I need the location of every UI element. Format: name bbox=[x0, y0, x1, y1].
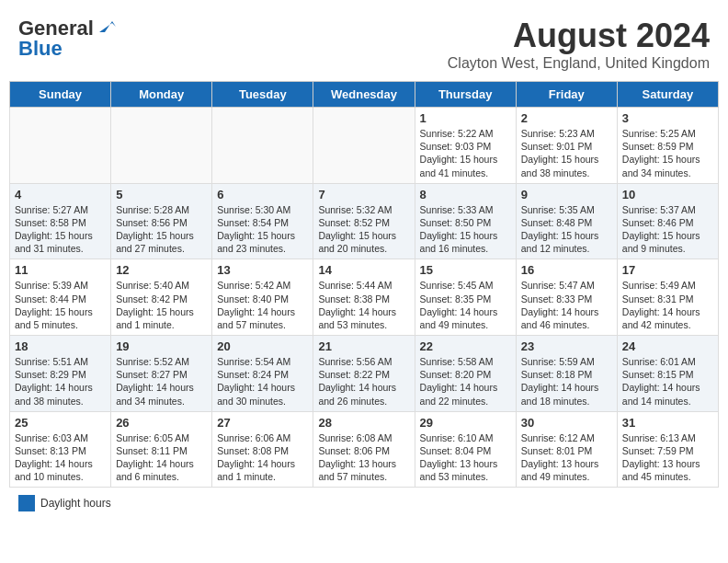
day-number: 4 bbox=[15, 188, 106, 201]
calendar-cell: 2Sunrise: 5:23 AMSunset: 9:01 PMDaylight… bbox=[516, 108, 617, 184]
day-info: Daylight: 15 hours and 20 minutes. bbox=[318, 229, 409, 255]
day-number: 28 bbox=[318, 416, 409, 430]
day-info: Sunset: 9:01 PM bbox=[521, 140, 612, 153]
col-header-monday: Monday bbox=[111, 82, 212, 108]
day-info: Sunset: 8:15 PM bbox=[622, 368, 713, 381]
day-number: 25 bbox=[15, 416, 106, 430]
day-info: Daylight: 13 hours and 57 minutes. bbox=[318, 457, 409, 483]
day-info: Sunrise: 5:32 AM bbox=[318, 203, 409, 216]
calendar-cell bbox=[111, 108, 212, 184]
day-info: Sunset: 8:13 PM bbox=[15, 444, 106, 457]
day-number: 7 bbox=[318, 188, 409, 201]
day-info: Daylight: 15 hours and 1 minute. bbox=[116, 305, 207, 331]
day-number: 5 bbox=[116, 188, 207, 201]
day-info: Daylight: 14 hours and 49 minutes. bbox=[420, 305, 511, 331]
day-info: Daylight: 14 hours and 34 minutes. bbox=[116, 381, 207, 407]
calendar-cell: 7Sunrise: 5:32 AMSunset: 8:52 PMDaylight… bbox=[313, 183, 415, 259]
day-info: Sunrise: 6:08 AM bbox=[318, 431, 409, 444]
legend: Daylight hours bbox=[9, 495, 719, 511]
day-info: Sunset: 8:40 PM bbox=[217, 293, 308, 305]
calendar-cell: 24Sunrise: 6:01 AMSunset: 8:15 PMDayligh… bbox=[617, 336, 718, 412]
calendar-cell: 15Sunrise: 5:45 AMSunset: 8:35 PMDayligh… bbox=[415, 259, 516, 336]
day-info: Sunset: 8:59 PM bbox=[622, 140, 713, 153]
week-row-3: 11Sunrise: 5:39 AMSunset: 8:44 PMDayligh… bbox=[10, 259, 719, 336]
col-header-friday: Friday bbox=[516, 82, 617, 108]
calendar-cell: 9Sunrise: 5:35 AMSunset: 8:48 PMDaylight… bbox=[516, 183, 617, 259]
col-header-sunday: Sunday bbox=[10, 82, 111, 108]
day-info: Sunrise: 5:23 AM bbox=[521, 127, 612, 140]
day-info: Sunrise: 6:06 AM bbox=[217, 431, 308, 444]
calendar-cell: 31Sunrise: 6:13 AMSunset: 7:59 PMDayligh… bbox=[617, 411, 718, 488]
day-number: 31 bbox=[622, 416, 713, 430]
day-info: Sunset: 8:58 PM bbox=[15, 216, 106, 229]
calendar-cell: 22Sunrise: 5:58 AMSunset: 8:20 PMDayligh… bbox=[415, 336, 516, 412]
calendar-cell: 10Sunrise: 5:37 AMSunset: 8:46 PMDayligh… bbox=[617, 183, 718, 259]
day-info: Sunrise: 6:12 AM bbox=[521, 431, 612, 444]
day-info: Sunset: 8:38 PM bbox=[318, 293, 409, 305]
calendar-cell: 12Sunrise: 5:40 AMSunset: 8:42 PMDayligh… bbox=[111, 259, 212, 336]
day-info: Daylight: 14 hours and 18 minutes. bbox=[521, 381, 612, 407]
day-number: 8 bbox=[420, 188, 511, 201]
calendar-cell: 23Sunrise: 5:59 AMSunset: 8:18 PMDayligh… bbox=[516, 336, 617, 412]
day-info: Sunrise: 5:40 AM bbox=[116, 279, 207, 292]
day-info: Sunset: 8:50 PM bbox=[420, 216, 511, 229]
day-info: Daylight: 15 hours and 27 minutes. bbox=[116, 229, 207, 255]
day-number: 2 bbox=[521, 111, 612, 125]
day-info: Sunrise: 5:59 AM bbox=[521, 355, 612, 368]
calendar-cell: 28Sunrise: 6:08 AMSunset: 8:06 PMDayligh… bbox=[313, 411, 415, 488]
day-info: Daylight: 15 hours and 5 minutes. bbox=[15, 305, 106, 331]
day-info: Sunrise: 6:01 AM bbox=[622, 355, 713, 368]
day-info: Sunset: 8:42 PM bbox=[116, 293, 207, 305]
logo: General Blue bbox=[18, 17, 116, 61]
day-info: Sunset: 8:04 PM bbox=[420, 444, 511, 457]
day-info: Sunrise: 5:30 AM bbox=[217, 203, 308, 216]
day-info: Daylight: 14 hours and 38 minutes. bbox=[15, 381, 106, 407]
day-info: Sunset: 8:18 PM bbox=[521, 368, 612, 381]
legend-color bbox=[18, 495, 35, 511]
calendar-cell: 13Sunrise: 5:42 AMSunset: 8:40 PMDayligh… bbox=[212, 259, 313, 336]
col-header-wednesday: Wednesday bbox=[313, 82, 415, 108]
day-info: Sunset: 8:31 PM bbox=[622, 293, 713, 305]
day-number: 21 bbox=[318, 339, 409, 353]
calendar-cell: 30Sunrise: 6:12 AMSunset: 8:01 PMDayligh… bbox=[516, 411, 617, 488]
week-row-4: 18Sunrise: 5:51 AMSunset: 8:29 PMDayligh… bbox=[10, 336, 719, 412]
svg-marker-0 bbox=[99, 21, 116, 32]
day-info: Daylight: 13 hours and 53 minutes. bbox=[420, 457, 511, 483]
header-row: SundayMondayTuesdayWednesdayThursdayFrid… bbox=[10, 82, 719, 108]
day-number: 29 bbox=[420, 416, 511, 430]
day-info: Daylight: 13 hours and 45 minutes. bbox=[622, 457, 713, 483]
day-info: Daylight: 14 hours and 1 minute. bbox=[217, 457, 308, 483]
day-info: Daylight: 15 hours and 34 minutes. bbox=[622, 153, 713, 178]
week-row-1: 1Sunrise: 5:22 AMSunset: 9:03 PMDaylight… bbox=[10, 108, 719, 184]
day-info: Sunrise: 6:03 AM bbox=[15, 431, 106, 444]
day-info: Daylight: 14 hours and 22 minutes. bbox=[420, 381, 511, 407]
day-info: Sunset: 8:35 PM bbox=[420, 293, 511, 305]
title-area: August 2024 Clayton West, England, Unite… bbox=[448, 17, 710, 72]
day-info: Sunset: 8:27 PM bbox=[116, 368, 207, 381]
day-number: 15 bbox=[420, 263, 511, 277]
day-info: Sunrise: 5:47 AM bbox=[521, 279, 612, 292]
day-number: 3 bbox=[622, 111, 713, 125]
day-info: Sunset: 8:52 PM bbox=[318, 216, 409, 229]
calendar-cell: 25Sunrise: 6:03 AMSunset: 8:13 PMDayligh… bbox=[10, 411, 111, 488]
day-info: Sunrise: 5:58 AM bbox=[420, 355, 511, 368]
day-number: 12 bbox=[116, 263, 207, 277]
day-number: 1 bbox=[420, 111, 511, 125]
day-info: Sunset: 8:11 PM bbox=[116, 444, 207, 457]
logo-icon bbox=[96, 19, 116, 34]
day-info: Sunrise: 5:22 AM bbox=[420, 127, 511, 140]
day-number: 22 bbox=[420, 339, 511, 353]
week-row-5: 25Sunrise: 6:03 AMSunset: 8:13 PMDayligh… bbox=[10, 411, 719, 488]
day-number: 6 bbox=[217, 188, 308, 201]
day-info: Daylight: 14 hours and 6 minutes. bbox=[116, 457, 207, 483]
day-info: Sunset: 8:20 PM bbox=[420, 368, 511, 381]
calendar-cell: 20Sunrise: 5:54 AMSunset: 8:24 PMDayligh… bbox=[212, 336, 313, 412]
day-number: 26 bbox=[116, 416, 207, 430]
day-info: Daylight: 14 hours and 46 minutes. bbox=[521, 305, 612, 331]
day-info: Sunset: 8:08 PM bbox=[217, 444, 308, 457]
calendar-cell: 11Sunrise: 5:39 AMSunset: 8:44 PMDayligh… bbox=[10, 259, 111, 336]
day-info: Sunrise: 5:28 AM bbox=[116, 203, 207, 216]
day-info: Daylight: 15 hours and 9 minutes. bbox=[622, 229, 713, 255]
day-info: Sunset: 7:59 PM bbox=[622, 444, 713, 457]
day-number: 9 bbox=[521, 188, 612, 201]
